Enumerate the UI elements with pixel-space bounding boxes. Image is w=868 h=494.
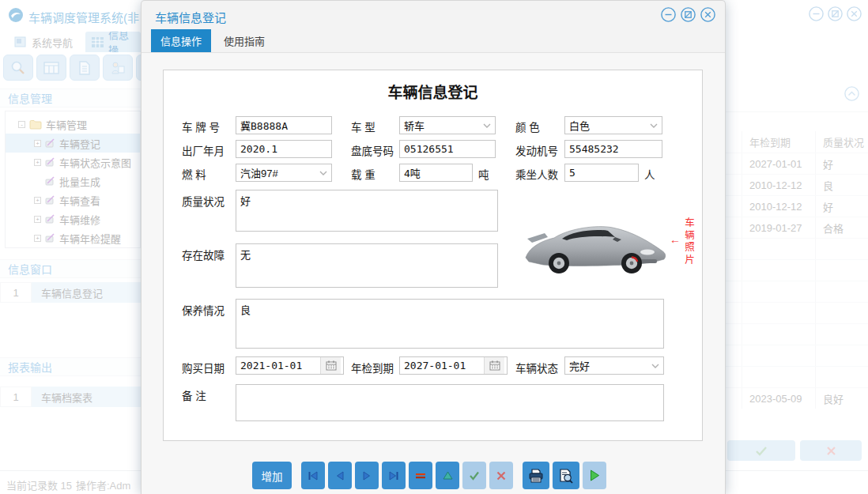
cancel-record-button[interactable] (489, 462, 513, 489)
delete-record-button[interactable] (409, 462, 432, 489)
chevron-down-icon (650, 123, 658, 128)
chevron-down-icon (651, 364, 659, 368)
first-icon (308, 471, 319, 481)
dialog-body: 车辆信息登记 车 牌 号 车 型 轿车 颜 色 白色 出厂年月 盘底号码 (142, 53, 725, 494)
mfg-date-label: 出厂年月 (182, 142, 225, 158)
dialog-close-icon[interactable] (700, 7, 715, 22)
screen: 车辆调度管理系统(非 系统导航 信息操 信息管理 (0, 0, 868, 494)
vehicle-status-value: 完好 (569, 358, 590, 373)
fuel-label: 燃 料 (182, 166, 206, 182)
remarks-textarea[interactable] (236, 384, 664, 421)
faults-label: 存在故障 (182, 247, 225, 262)
dialog-titlebar: 车辆信息登记 (142, 1, 725, 29)
run-button[interactable] (583, 462, 606, 489)
dialog-title: 车辆信息登记 (155, 9, 226, 25)
insert-record-button[interactable] (436, 462, 459, 489)
last-icon (388, 471, 399, 481)
vehicle-form: 车辆信息登记 车 牌 号 车 型 轿车 颜 色 白色 出厂年月 盘底号码 (163, 70, 703, 441)
load-unit: 吨 (478, 166, 489, 182)
maintenance-label: 保养情况 (182, 302, 225, 318)
vehicle-register-dialog: 车辆信息登记 信息操作 使用指南 车辆信息登记 车 牌 号 车 型 轿车 (141, 0, 726, 494)
add-button[interactable]: 增加 (252, 462, 292, 489)
tab-info-operation[interactable]: 信息操作 (151, 29, 211, 52)
last-record-button[interactable] (382, 462, 406, 489)
car-type-select[interactable]: 轿车 (399, 116, 496, 134)
load-label: 载 重 (351, 166, 376, 182)
close-icon (496, 471, 506, 481)
print-preview-button[interactable] (553, 462, 579, 489)
next-icon (362, 471, 372, 481)
vehicle-status-label: 车辆状态 (515, 360, 558, 375)
inspection-due-label: 年检到期 (351, 360, 394, 375)
tab-user-guide[interactable]: 使用指南 (214, 29, 274, 52)
minus-icon (415, 473, 426, 479)
maintenance-textarea[interactable]: 良 (236, 299, 664, 349)
inspection-due-input[interactable] (400, 357, 484, 374)
purchase-date-field[interactable] (236, 356, 344, 375)
triangle-up-icon (443, 471, 453, 480)
dialog-minimize-icon[interactable] (661, 7, 676, 22)
car-type-label: 车 型 (351, 119, 376, 134)
color-label: 颜 色 (515, 119, 540, 134)
vehicle-status-select[interactable]: 完好 (564, 356, 664, 375)
print-button[interactable] (523, 462, 549, 489)
dialog-restore-icon[interactable] (681, 7, 696, 22)
mfg-date-input[interactable] (236, 140, 332, 158)
prev-icon (335, 471, 345, 481)
printer-icon (527, 468, 545, 484)
calendar-icon[interactable] (320, 357, 341, 374)
quality-textarea[interactable]: 好 (236, 190, 498, 232)
purchase-date-label: 购买日期 (182, 360, 225, 375)
quality-label: 质量状况 (182, 193, 225, 209)
car-type-value: 轿车 (404, 118, 425, 133)
faults-textarea[interactable]: 无 (236, 243, 498, 288)
load-input[interactable] (399, 164, 473, 182)
remarks-label: 备 注 (182, 387, 206, 403)
engine-input[interactable] (564, 140, 662, 158)
first-record-button[interactable] (301, 462, 325, 489)
fuel-select[interactable]: 汽油97# (236, 164, 332, 182)
color-select[interactable]: 白色 (564, 116, 662, 134)
plate-label: 车 牌 号 (182, 119, 220, 134)
calendar-icon[interactable] (484, 357, 504, 374)
photo-caption: 车辆照片 (681, 217, 696, 266)
chevron-down-icon (319, 171, 327, 175)
confirm-record-button[interactable] (462, 462, 486, 489)
seats-input[interactable] (564, 164, 639, 182)
chassis-input[interactable] (399, 140, 496, 158)
photo-arrow: ← (670, 233, 681, 246)
plate-input[interactable] (236, 116, 332, 134)
color-value: 白色 (569, 118, 590, 133)
play-icon (590, 469, 600, 481)
vehicle-photo (521, 215, 666, 280)
seats-label: 乘坐人数 (515, 166, 558, 182)
next-record-button[interactable] (355, 462, 379, 489)
prev-record-button[interactable] (328, 462, 352, 489)
record-toolbar: 增加 (252, 462, 606, 489)
chassis-label: 盘底号码 (351, 142, 394, 158)
form-heading: 车辆信息登记 (164, 81, 702, 102)
purchase-date-input[interactable] (236, 357, 320, 374)
chevron-down-icon (483, 123, 491, 128)
fuel-value: 汽油97# (240, 165, 278, 180)
engine-label: 发动机号 (515, 142, 558, 158)
dialog-tabbar: 信息操作 使用指南 (142, 29, 725, 53)
check-icon (469, 471, 480, 481)
print-preview-icon (558, 468, 574, 484)
inspection-due-field[interactable] (399, 356, 508, 375)
seats-unit: 人 (644, 166, 655, 182)
